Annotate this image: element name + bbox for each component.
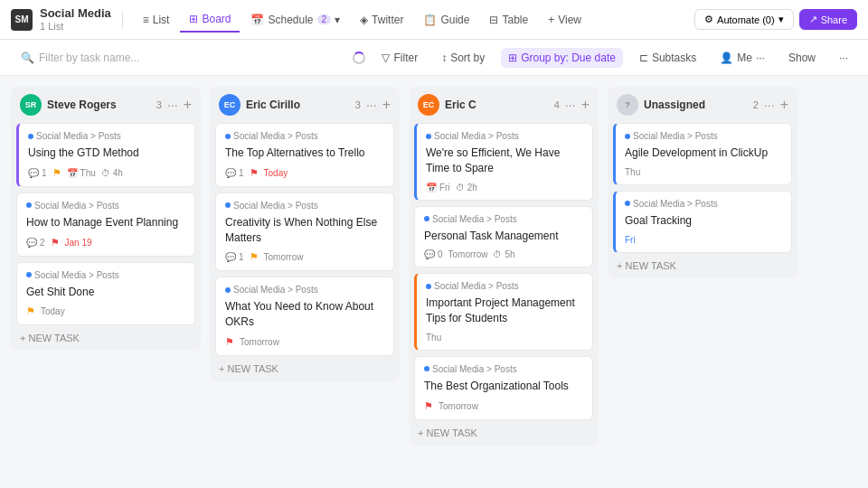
card-breadcrumb-card-4: Social Media > Posts	[225, 131, 384, 141]
col-footer-eric-c: + NEW TASK	[409, 420, 599, 446]
card-card-8[interactable]: Social Media > PostsPersonal Task Manage…	[414, 206, 593, 268]
card-breadcrumb-card-10: Social Media > Posts	[424, 364, 583, 374]
search-icon: 🔍	[21, 52, 34, 64]
me-button[interactable]: 👤 Me ···	[712, 48, 772, 68]
new-task-button-steve-rogers[interactable]: + NEW TASK	[20, 333, 192, 343]
card-breadcrumb-card-11: Social Media > Posts	[625, 131, 782, 141]
col-footer-steve-rogers: + NEW TASK	[11, 325, 201, 351]
col-more-unassigned[interactable]: ···	[764, 98, 775, 112]
card-card-11[interactable]: Social Media > PostsAgile Development in…	[613, 123, 792, 185]
col-avatar-unassigned: ?	[617, 94, 638, 116]
subtasks-button[interactable]: ⊏ Subtasks	[632, 48, 703, 68]
col-footer-unassigned: + NEW TASK	[608, 253, 797, 278]
time-value: 2h	[467, 183, 477, 192]
col-avatar-steve-rogers: SR	[20, 94, 42, 116]
automate-icon: ⚙	[704, 14, 713, 25]
sort-icon: ↕	[441, 52, 447, 64]
breadcrumb-text: Social Media > Posts	[233, 131, 318, 141]
card-breadcrumb-card-1: Social Media > Posts	[28, 131, 185, 141]
comment-count: 0	[438, 249, 443, 259]
time-value: 5h	[505, 249, 514, 259]
group-icon: ⊞	[508, 52, 517, 64]
breadcrumb-text: Social Media > Posts	[34, 270, 119, 280]
card-card-1[interactable]: Social Media > PostsUsing the GTD Method…	[16, 123, 195, 187]
new-task-button-unassigned[interactable]: + NEW TASK	[617, 260, 788, 271]
date-meta: Tomorrow	[264, 252, 304, 262]
col-add-steve-rogers[interactable]: +	[184, 97, 192, 113]
column-eric-c: ECEric C4···+Social Media > PostsWe're s…	[409, 87, 599, 446]
tab-schedule[interactable]: 📅 Schedule 2 ▾	[241, 8, 349, 32]
card-card-12[interactable]: Social Media > PostsGoal TrackingFri	[613, 191, 792, 253]
card-card-7[interactable]: Social Media > PostsWe're so Efficient, …	[414, 123, 593, 201]
tab-twitter[interactable]: ◈ Twitter	[351, 8, 412, 32]
col-more-eric-cirillo[interactable]: ···	[366, 98, 377, 112]
col-add-eric-cirillo[interactable]: +	[382, 97, 391, 113]
col-more-eric-c[interactable]: ···	[565, 98, 576, 112]
filter-button[interactable]: ▽ Filter	[374, 48, 425, 68]
date-value: Tomorrow	[264, 252, 304, 262]
list-tab-icon: ≡	[143, 14, 149, 26]
col-avatar-eric-cirillo: EC	[219, 94, 241, 116]
date-value: Today	[264, 168, 288, 178]
tab-board[interactable]: ⊞ Board	[180, 7, 240, 33]
add-view-label: View	[558, 14, 581, 26]
sort-button[interactable]: ↕ Sort by	[434, 48, 492, 68]
date-value: Fri	[439, 183, 450, 192]
tab-table[interactable]: ⊟ Table	[480, 8, 537, 32]
column-steve-rogers: SRSteve Rogers3···+Social Media > PostsU…	[11, 87, 201, 351]
show-button[interactable]: Show	[781, 48, 823, 68]
tab-list[interactable]: ≡ List	[134, 8, 179, 32]
card-card-10[interactable]: Social Media > PostsThe Best Organizatio…	[414, 356, 593, 420]
card-title-card-2: How to Manage Event Planning	[26, 215, 185, 230]
breadcrumb-dot	[625, 201, 630, 206]
comment-count: 2	[40, 238, 45, 248]
card-meta-card-10: ⚑Tomorrow	[424, 400, 583, 412]
breadcrumb-dot	[625, 134, 630, 139]
schedule-tab-icon: 📅	[250, 14, 264, 26]
new-task-button-eric-c[interactable]: + NEW TASK	[418, 427, 590, 438]
date-meta: 📅Thu	[67, 168, 96, 178]
date-meta: 📅Fri	[426, 183, 450, 192]
priority-flag: ⚑	[52, 167, 61, 179]
card-meta-card-8: 💬0Tomorrow⏱5h	[424, 249, 583, 259]
comment-icon: 💬	[28, 168, 39, 178]
date-meta: Today	[264, 168, 288, 178]
automate-button[interactable]: ⚙ Automate (0) ▾	[694, 9, 794, 30]
card-breadcrumb-card-6: Social Media > Posts	[225, 285, 384, 295]
new-task-button-eric-cirillo[interactable]: + NEW TASK	[219, 363, 391, 374]
search-box[interactable]: 🔍 Filter by task name...	[13, 47, 157, 69]
card-title-card-3: Get Shit Done	[26, 285, 185, 300]
breadcrumb-text: Social Media > Posts	[432, 214, 517, 224]
tab-add-view[interactable]: + View	[539, 8, 590, 32]
card-card-3[interactable]: Social Media > PostsGet Shit Done⚑Today	[16, 262, 195, 326]
card-card-6[interactable]: Social Media > PostsWhat You Need to Kno…	[215, 277, 394, 356]
card-card-9[interactable]: Social Media > PostsImportant Project Ma…	[414, 273, 593, 351]
loading-spinner	[353, 52, 365, 64]
col-cards-steve-rogers: Social Media > PostsUsing the GTD Method…	[11, 123, 201, 325]
card-card-4[interactable]: Social Media > PostsThe Top Alternatives…	[215, 123, 394, 187]
breadcrumb-text: Social Media > Posts	[434, 131, 519, 141]
group-button[interactable]: ⊞ Group by: Due date	[501, 48, 623, 68]
card-breadcrumb-card-8: Social Media > Posts	[424, 214, 583, 224]
twitter-icon: ◈	[360, 14, 368, 26]
col-more-steve-rogers[interactable]: ···	[167, 98, 178, 112]
card-card-2[interactable]: Social Media > PostsHow to Manage Event …	[16, 192, 195, 257]
col-add-unassigned[interactable]: +	[780, 97, 788, 113]
card-title-card-10: The Best Organizational Tools	[424, 379, 583, 394]
automate-chevron: ▾	[778, 14, 784, 25]
comment-count: 1	[239, 168, 244, 178]
share-button[interactable]: ↗ Share	[799, 9, 857, 30]
breadcrumb-text: Social Media > Posts	[36, 131, 121, 141]
group-label: Group by: Due date	[521, 52, 616, 64]
breadcrumb-dot	[26, 272, 32, 277]
card-card-5[interactable]: Social Media > PostsCreativity is When N…	[215, 192, 394, 272]
card-meta-card-2: 💬2⚑Jan 19	[26, 237, 185, 249]
sort-label: Sort by	[450, 52, 485, 64]
tab-guide[interactable]: 📋 Guide	[414, 8, 478, 32]
calendar-icon: 📅	[426, 183, 437, 192]
more-options-button[interactable]: ···	[832, 48, 855, 68]
col-count-unassigned: 2	[753, 99, 759, 110]
col-add-eric-c[interactable]: +	[581, 97, 590, 113]
breadcrumb-dot	[426, 134, 431, 139]
col-header-eric-cirillo: ECEric Cirillo3···+	[210, 87, 400, 123]
